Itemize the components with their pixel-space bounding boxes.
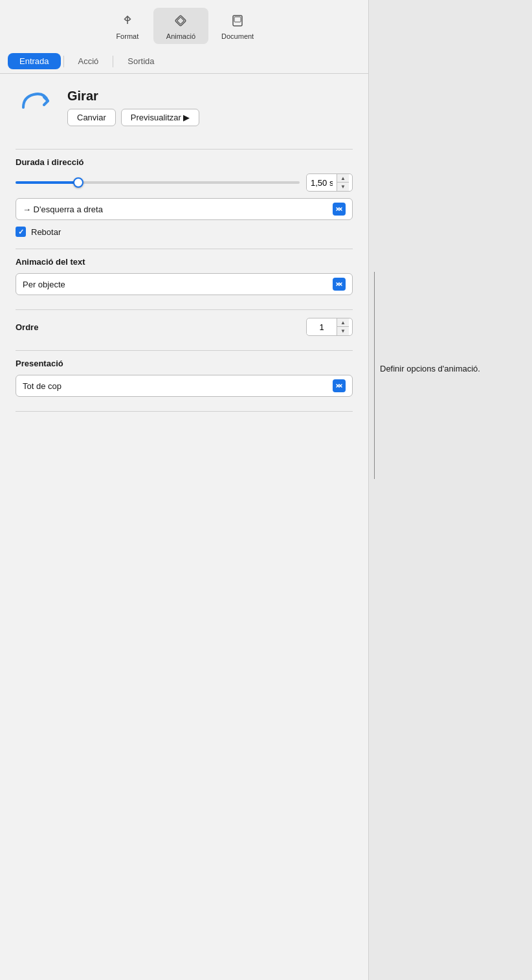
text-animation-section: Animació del text Per objecte bbox=[16, 257, 353, 302]
animation-title-area: Girar Canviar Previsualitzar ▶ bbox=[67, 89, 199, 126]
duration-slider-row: ▲ ▼ bbox=[16, 173, 353, 192]
document-tab-label: Document bbox=[221, 32, 254, 40]
pin-icon bbox=[118, 12, 137, 30]
subtab-entrada[interactable]: Entrada bbox=[8, 53, 61, 69]
tab-document[interactable]: Document bbox=[208, 8, 267, 44]
subtabs: Entrada Acció Sortida bbox=[0, 49, 368, 74]
bounce-row: ✓ Rebotar bbox=[16, 227, 353, 237]
format-tab-label: Format bbox=[116, 32, 139, 40]
direction-dropdown[interactable]: → D'esquerra a dreta bbox=[16, 198, 353, 220]
direction-dropdown-value: → D'esquerra a dreta bbox=[23, 205, 333, 214]
order-input[interactable] bbox=[307, 320, 337, 334]
duration-section-label: Durada i direcció bbox=[16, 157, 353, 167]
bracket-line bbox=[374, 272, 375, 479]
bounce-checkbox[interactable]: ✓ bbox=[16, 227, 26, 237]
animation-panel: Format Animació Document bbox=[0, 0, 369, 980]
order-stepper-down[interactable]: ▼ bbox=[337, 327, 349, 335]
check-mark-icon: ✓ bbox=[18, 228, 24, 236]
diamond-icon bbox=[172, 12, 190, 30]
order-section: Ordre ▲ ▼ bbox=[16, 318, 353, 342]
tab-format[interactable]: Format bbox=[102, 8, 153, 44]
right-annotation-area: Definir opcions d'animació. bbox=[374, 0, 480, 479]
presentation-dropdown[interactable]: Tot de cop bbox=[16, 375, 353, 397]
change-button[interactable]: Canviar bbox=[67, 109, 116, 126]
text-animation-arrow-icon bbox=[333, 278, 346, 291]
order-stepper-up[interactable]: ▲ bbox=[337, 318, 349, 327]
divider-5 bbox=[16, 411, 353, 412]
subtab-divider-1 bbox=[63, 56, 64, 67]
panel-content: Girar Canviar Previsualitzar ▶ Durada i … bbox=[0, 74, 368, 432]
duration-slider-thumb[interactable] bbox=[73, 177, 83, 188]
animation-actions: Canviar Previsualitzar ▶ bbox=[67, 109, 199, 126]
presentation-label: Presentació bbox=[16, 359, 353, 368]
document-icon bbox=[228, 12, 247, 30]
subtab-divider-2 bbox=[113, 56, 113, 67]
direction-dropdown-arrow-icon bbox=[333, 203, 346, 216]
right-bracket bbox=[374, 272, 375, 479]
animation-header: Girar Canviar Previsualitzar ▶ bbox=[16, 87, 353, 128]
duration-section: Durada i direcció ▲ ▼ bbox=[16, 157, 353, 241]
divider-4 bbox=[16, 350, 353, 351]
duration-slider-track[interactable] bbox=[16, 181, 300, 184]
duration-stepper-up[interactable]: ▲ bbox=[337, 174, 349, 183]
tab-animacio[interactable]: Animació bbox=[153, 8, 208, 44]
duration-slider-fill bbox=[16, 181, 78, 184]
rotate-animation-icon bbox=[16, 87, 57, 128]
subtab-accio[interactable]: Acció bbox=[67, 53, 111, 69]
presentation-section: Presentació Tot de cop bbox=[16, 359, 353, 403]
presentation-value: Tot de cop bbox=[23, 381, 333, 391]
divider-2 bbox=[16, 249, 353, 249]
divider-3 bbox=[16, 309, 353, 310]
duration-input-wrap: ▲ ▼ bbox=[306, 173, 353, 192]
order-label: Ordre bbox=[16, 322, 38, 332]
text-animation-label: Animació del text bbox=[16, 257, 353, 267]
toolbar: Format Animació Document bbox=[0, 0, 368, 49]
text-animation-dropdown[interactable]: Per objecte bbox=[16, 273, 353, 295]
svg-rect-4 bbox=[234, 17, 241, 22]
annotation-text: Definir opcions d'animació. bbox=[380, 362, 480, 375]
bounce-label: Rebotar bbox=[31, 227, 61, 237]
animacio-tab-label: Animació bbox=[166, 32, 195, 40]
preview-button[interactable]: Previsualitzar ▶ bbox=[121, 109, 200, 126]
text-animation-value: Per objecte bbox=[23, 280, 333, 289]
presentation-arrow-icon bbox=[333, 379, 346, 392]
order-input-wrap: ▲ ▼ bbox=[306, 318, 353, 336]
order-row: Ordre ▲ ▼ bbox=[16, 318, 353, 336]
duration-stepper-down[interactable]: ▼ bbox=[337, 183, 349, 191]
duration-stepper: ▲ ▼ bbox=[337, 174, 349, 191]
order-stepper: ▲ ▼ bbox=[337, 318, 349, 335]
subtab-sortida[interactable]: Sortida bbox=[116, 53, 166, 69]
divider-1 bbox=[16, 149, 353, 150]
animation-title: Girar bbox=[67, 89, 98, 104]
duration-input[interactable] bbox=[307, 176, 337, 190]
